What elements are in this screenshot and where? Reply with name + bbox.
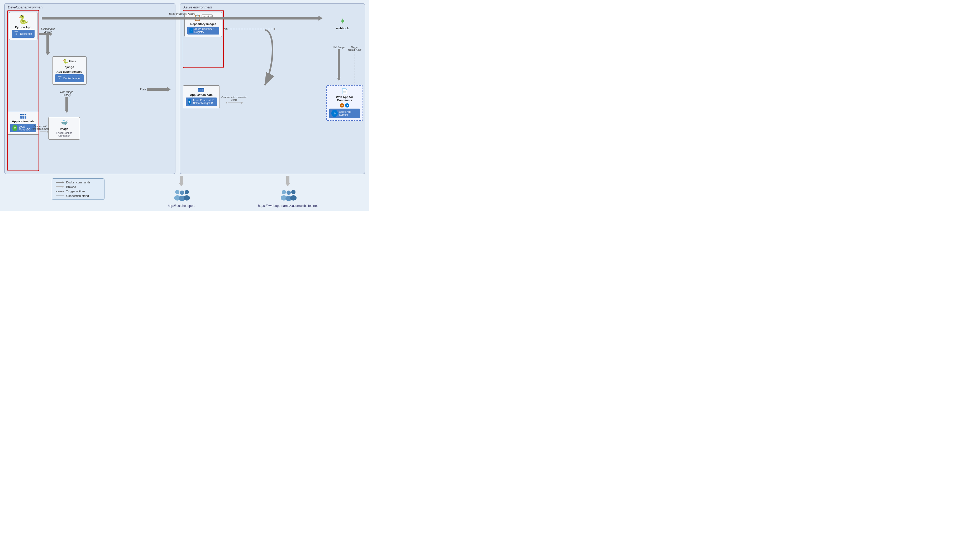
local-users-group: http://localhost:port	[168, 176, 194, 208]
run-locally-arrow	[65, 97, 69, 113]
mongodb-icon: M	[12, 125, 17, 131]
pull-image-arrow	[337, 49, 341, 81]
table-icon-azure	[198, 88, 204, 92]
flask-label: Flask	[69, 60, 76, 63]
cloud-icon: ☁	[345, 103, 349, 108]
web-app-containers-node: 📄 Web App for Containers ◈ ☁ ⚙ Azure App…	[326, 85, 363, 121]
webhook-node: ✦ webhook	[336, 17, 349, 30]
docker-image-bar: ≡ Docker Image	[55, 74, 84, 82]
legend-connection-string: Connection string	[56, 194, 100, 197]
dockerfile-icon: ≡	[14, 31, 19, 37]
build-azure-arrow-shape	[42, 16, 323, 20]
flask-icon: 🐍	[63, 59, 68, 64]
azure-users-icon	[279, 188, 297, 203]
build-image-azure-arrow: Build image in Azure	[42, 12, 323, 20]
legend-browse: Browse	[56, 185, 100, 188]
legend-docker-icon	[56, 181, 64, 183]
docker-image-icon: ≡	[57, 75, 62, 81]
dockerfile-bar: ≡ Dockerfile	[12, 30, 35, 38]
post-arrow-head	[274, 28, 276, 30]
run-locally-group: Run Image Locally	[57, 91, 76, 113]
svg-point-11	[291, 190, 296, 194]
svg-point-5	[185, 190, 189, 194]
push-arrow-shape	[147, 87, 171, 92]
build-locally-arrow	[46, 34, 50, 55]
app-dependencies-node: 🐍 Flask django App dependencies ≡ Docker…	[52, 57, 87, 85]
svg-point-3	[180, 190, 184, 195]
local-down-arrow	[179, 176, 184, 186]
webhook-icon: ✦	[340, 17, 346, 25]
push-arrow-group: Push	[140, 87, 171, 92]
acr-bar: ☁ Azure Container Registry	[187, 27, 219, 35]
svg-point-7	[282, 190, 286, 194]
legend-connection-icon	[56, 195, 64, 196]
cosmos-bar: ◉ Azure Cosmos DB API for MongoDB	[186, 98, 217, 106]
containers-icon: ◈	[340, 103, 344, 108]
legend-box: Docker commands Browse Trigger actions C…	[52, 178, 104, 200]
local-users-icon	[172, 188, 191, 203]
table-icon-local	[20, 114, 27, 118]
dev-env-label: Developer environment	[8, 5, 43, 9]
acr-icon: ☁	[189, 28, 193, 33]
connect-local-group: Connect with connection string	[40, 125, 48, 133]
app-data-local-node: Application data M Local MongoDB	[7, 112, 39, 135]
web-app-icon: 📄	[341, 88, 348, 94]
post-dashed-arrow	[230, 29, 273, 29]
cosmos-icon: ◉	[188, 98, 191, 105]
connect-azure-group: Connect with connection string	[221, 96, 248, 104]
svg-point-1	[175, 190, 179, 194]
app-service-icon: ⚙	[331, 110, 338, 117]
top-row: Developer environment Build image in Azu…	[4, 3, 365, 174]
django-label: django	[65, 65, 74, 68]
main-diagram: Developer environment Build image in Azu…	[0, 0, 370, 211]
legend-browse-icon	[56, 186, 64, 188]
azure-environment-box: Azure environment 📋 tag: latest Reposito…	[180, 3, 365, 174]
legend-trigger-icon	[56, 191, 64, 192]
trigger-dashed-arrow	[355, 52, 355, 86]
app-service-bar: ⚙ Azure App Service	[329, 108, 360, 118]
svg-point-12	[290, 195, 296, 200]
pull-image-group: Pull Image	[332, 46, 346, 81]
svg-point-6	[184, 195, 190, 200]
legend-docker-commands: Docker commands	[56, 181, 100, 184]
python-icon: 🐍	[18, 15, 28, 25]
legend-trigger-actions: Trigger actions	[56, 190, 100, 193]
azure-users-group: https://<webapp-name>.azurewebsites.net	[258, 176, 318, 208]
python-app-node: 🐍 Python App ≡ Dockerfile	[9, 12, 37, 40]
build-locally-group: Build Image Locally	[38, 27, 57, 55]
image-local-node: 🐳 Image Local Docker Container	[48, 117, 80, 140]
azure-env-label: Azure environment	[183, 5, 212, 9]
post-arrow-group: Post	[223, 27, 276, 30]
docker-whale-icon: 🐳	[61, 119, 68, 126]
bottom-row: Docker commands Browse Trigger actions C…	[4, 176, 365, 208]
svg-point-9	[286, 190, 291, 195]
app-data-azure-node: Application data ◉ Azure Cosmos DB API f…	[183, 85, 220, 108]
azure-down-arrow	[286, 176, 290, 186]
trigger-restart-group: Trigger restart + pull	[348, 46, 362, 88]
